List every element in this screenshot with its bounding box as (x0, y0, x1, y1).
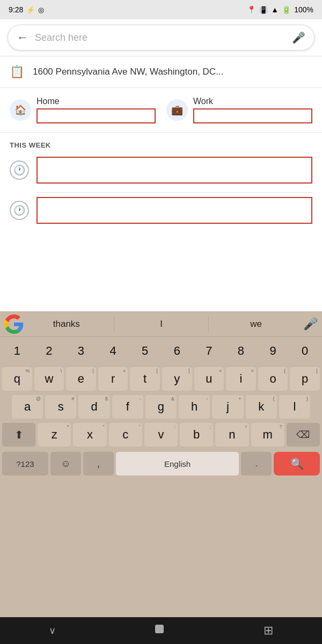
google-logo (4, 314, 24, 334)
week-input-2[interactable] (36, 197, 312, 224)
home-item[interactable]: 🏠 Home (10, 97, 156, 123)
key-c[interactable]: c' (109, 423, 142, 447)
key-q[interactable]: q% (2, 367, 32, 391)
recent-address-row[interactable]: 📋 1600 Pennsylvania Ave NW, Washington, … (0, 56, 322, 88)
home-work-row: 🏠 Home 💼 Work (0, 88, 322, 133)
search-placeholder[interactable]: Search here (35, 32, 292, 43)
key-3[interactable]: 3 (66, 339, 96, 363)
week-item-1[interactable]: 🕐 (10, 157, 312, 184)
key-k[interactable]: k( (246, 395, 277, 419)
key-o[interactable]: o{ (258, 367, 288, 391)
status-right: 📍 📳 ▲ 🔋 100% (247, 5, 313, 14)
key-g[interactable]: g& (145, 395, 177, 419)
battery-level: 100% (294, 5, 313, 14)
nav-bar: ∨ ⊞ (0, 617, 322, 644)
home-input-highlight (36, 108, 156, 123)
number-row: 1 2 3 4 5 6 7 8 9 0 (0, 337, 322, 365)
key-l[interactable]: l) (279, 395, 310, 419)
keyboard-mic-icon[interactable]: 🎤 (303, 317, 318, 331)
key-n[interactable]: n! (215, 423, 248, 447)
key-9[interactable]: 9 (258, 339, 288, 363)
work-item[interactable]: 💼 Work (166, 97, 312, 123)
vibrate-icon: 📳 (259, 6, 268, 14)
clipboard-icon: 📋 (10, 65, 24, 79)
key-d[interactable]: d$ (78, 395, 109, 419)
status-bar: 9:28 ⚡ ◎ 📍 📳 ▲ 🔋 100% (0, 0, 322, 19)
key-r[interactable]: r= (98, 367, 128, 391)
key-y[interactable]: y] (162, 367, 192, 391)
key-z[interactable]: z* (38, 423, 71, 447)
mic-icon[interactable]: 🎤 (292, 31, 305, 44)
zxcv-row: ⬆ z* x" c' v: b; n! m? ⌫ (0, 421, 322, 449)
work-label-box: Work (193, 97, 312, 123)
emoji-key[interactable]: ☺ (50, 452, 81, 475)
key-j[interactable]: j+ (212, 395, 243, 419)
key-8[interactable]: 8 (226, 339, 256, 363)
suggestion-divider-1 (114, 316, 114, 332)
key-i[interactable]: i> (226, 367, 256, 391)
qwerty-row: q% w\ e| r= t[ y] u< i> o{ p} (0, 365, 322, 393)
backspace-key[interactable]: ⌫ (287, 423, 320, 447)
key-h[interactable]: h- (179, 395, 210, 419)
key-7[interactable]: 7 (194, 339, 224, 363)
search-bar[interactable]: ← Search here 🎤 (8, 25, 314, 50)
work-icon-circle: 💼 (166, 99, 188, 121)
search-bar-container: ← Search here 🎤 (0, 19, 322, 56)
keyboard: thanks I we 🎤 1 2 3 4 5 6 7 8 9 0 q% w\ … (0, 311, 322, 617)
week-input-1[interactable] (36, 157, 312, 184)
period-key[interactable]: . (241, 452, 272, 475)
key-x[interactable]: x" (73, 423, 106, 447)
key-2[interactable]: 2 (34, 339, 64, 363)
key-f[interactable]: f- (112, 395, 143, 419)
comma-key[interactable]: , (83, 452, 114, 475)
key-w[interactable]: w\ (34, 367, 64, 391)
home-label-box: Home (36, 97, 156, 123)
suggestion-we[interactable]: we (213, 319, 299, 330)
key-4[interactable]: 4 (98, 339, 128, 363)
search-key[interactable]: 🔍 (274, 452, 320, 475)
key-0[interactable]: 0 (290, 339, 320, 363)
key-b[interactable]: b; (180, 423, 213, 447)
key-v[interactable]: v: (144, 423, 178, 447)
key-6[interactable]: 6 (162, 339, 192, 363)
asdf-row: a@ s# d$ f- g& h- j+ k( l) (0, 393, 322, 421)
back-button[interactable]: ← (17, 31, 28, 45)
key-5[interactable]: 5 (130, 339, 160, 363)
wifi-icon: ▲ (271, 5, 279, 14)
clock-icon-2: 🕐 (10, 201, 29, 220)
clock-icon-1: 🕐 (10, 160, 29, 180)
key-a[interactable]: a@ (12, 395, 43, 419)
this-week-section: THIS WEEK 🕐 🕐 (0, 133, 322, 224)
nav-back-button[interactable]: ∨ (49, 625, 56, 636)
recent-address-text: 1600 Pennsylvania Ave NW, Washington, DC… (33, 67, 223, 77)
nav-home-button[interactable] (153, 623, 166, 639)
svg-rect-0 (155, 625, 164, 633)
key-e[interactable]: e| (66, 367, 96, 391)
key-u[interactable]: u< (194, 367, 224, 391)
home-icon-circle: 🏠 (10, 99, 31, 121)
time-display: 9:28 (9, 5, 23, 14)
battery-icon: 🔋 (282, 5, 291, 14)
key-1[interactable]: 1 (2, 339, 32, 363)
week-item-2[interactable]: 🕐 (10, 197, 312, 224)
key-t[interactable]: t[ (130, 367, 160, 391)
suggestion-i[interactable]: I (119, 319, 204, 330)
home-label: Home (36, 97, 156, 106)
space-key[interactable]: English (116, 452, 239, 475)
key-p[interactable]: p} (290, 367, 320, 391)
work-label: Work (193, 97, 312, 106)
status-left: 9:28 ⚡ ◎ (9, 5, 44, 14)
key-m[interactable]: m? (251, 423, 284, 447)
lightning-icon: ⚡ (26, 6, 35, 14)
symbols-key[interactable]: ?123 (2, 452, 48, 475)
work-input-highlight (193, 108, 312, 123)
nav-recents-button[interactable]: ⊞ (264, 624, 273, 638)
location-icon: 📍 (247, 5, 256, 14)
suggestions-row: thanks I we 🎤 (0, 311, 322, 337)
key-s[interactable]: s# (45, 395, 76, 419)
suggestion-divider-2 (208, 316, 209, 332)
suggestion-thanks[interactable]: thanks (24, 319, 109, 330)
this-week-label: THIS WEEK (10, 141, 312, 149)
shift-key[interactable]: ⬆ (2, 423, 35, 447)
action-row: ?123 ☺ , English . 🔍 (0, 449, 322, 479)
